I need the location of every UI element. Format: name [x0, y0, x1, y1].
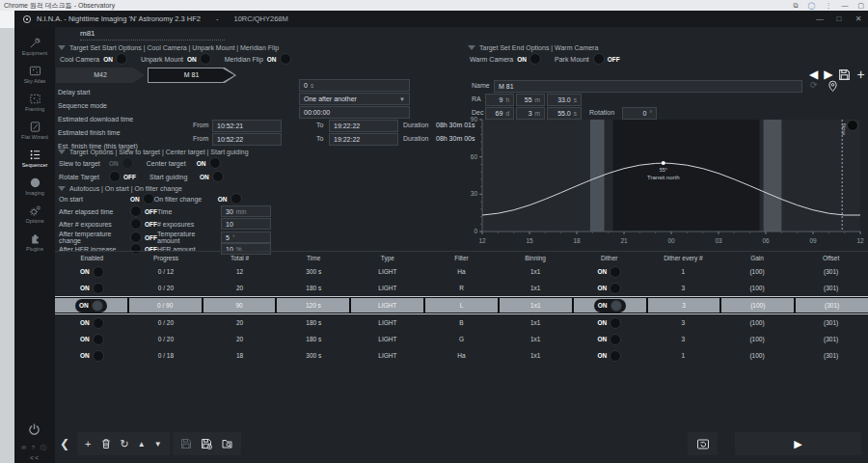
meridian-flip-toggle[interactable]: ON	[267, 53, 291, 65]
after-exposures-toggle[interactable]: OFF	[130, 218, 157, 230]
enabled-toggle[interactable]: ON	[75, 299, 107, 313]
column-header: Filter	[424, 255, 499, 261]
sidebar-item-framing[interactable]: Framing	[15, 88, 54, 116]
option-label: Cool Camera	[60, 56, 99, 63]
exposure-row[interactable]: ON0 / 9090120 sLIGHTL1x1ON3(100)(301)	[55, 296, 868, 314]
enabled-toggle[interactable]: ON	[80, 266, 104, 278]
move-down-icon[interactable]: ▼	[154, 440, 162, 449]
sidebar-item-plugins[interactable]: Plugins	[15, 228, 54, 256]
column-header: Dither	[572, 255, 646, 261]
enabled-toggle[interactable]: ON	[80, 334, 104, 345]
chrome-maximize-icon[interactable]: ▢	[857, 2, 864, 10]
reset-progress-icon[interactable]: ↻	[121, 438, 129, 450]
sequence-mode-select[interactable]: One after another▼	[299, 93, 410, 105]
dither-toggle[interactable]: ON	[597, 266, 621, 278]
back-icon[interactable]: ❮	[60, 437, 69, 450]
minimize-button[interactable]: —	[810, 14, 829, 23]
sidebar-item-flat-wizard[interactable]: Flat Wizard	[15, 116, 54, 144]
dither-toggle[interactable]: ON	[597, 334, 621, 345]
toggle-knob	[130, 205, 142, 217]
after-temperature-change-toggle[interactable]: OFF	[130, 232, 157, 243]
move-up-icon[interactable]: ▲	[138, 440, 146, 449]
add-row-icon[interactable]: +	[85, 438, 91, 449]
-exposures-input[interactable]: 10	[221, 218, 271, 230]
sidebar-item-options[interactable]: Options	[15, 200, 54, 228]
start-options-header[interactable]: Target Set Start Options | Cool Camera |…	[58, 42, 279, 52]
estimated-finish-row: Estimated finish time From 10:52:21 To 1…	[58, 122, 516, 134]
x-tick-label: 15	[526, 237, 533, 244]
enabled-toggle[interactable]: ON	[80, 350, 104, 362]
sidebar-item-imaging[interactable]: Imaging	[15, 172, 54, 200]
time-input[interactable]: 30min	[221, 205, 271, 217]
save-sequence-icon[interactable]	[180, 438, 192, 449]
dither-toggle[interactable]: ON	[597, 283, 621, 294]
exposure-row[interactable]: ON0 / 2020180 sLIGHTB1x1ON3(100)(301)	[55, 314, 868, 331]
dither-toggle[interactable]: ON	[594, 299, 626, 313]
exposure-row[interactable]: ON0 / 1212300 sLIGHTHa1x1ON1(100)(301)	[55, 263, 868, 280]
add-target-button[interactable]: +	[856, 67, 864, 82]
save-target-icon[interactable]	[838, 68, 851, 81]
rotate-target-toggle[interactable]: OFF	[109, 171, 136, 182]
on-filter-change-toggle[interactable]: ON	[218, 193, 242, 204]
start-sequence-button[interactable]: ▶	[735, 432, 861, 455]
unpark-mount-toggle[interactable]: ON	[187, 53, 211, 65]
exposure-row[interactable]: ON0 / 2020180 sLIGHTG1x1ON3(100)(301)	[55, 331, 868, 347]
sidebar-item-sky-atlas[interactable]: Sky Atlas	[15, 60, 54, 88]
option-label: On start	[59, 196, 126, 203]
target-options-header[interactable]: Target Options | Slew to target | Center…	[58, 147, 249, 156]
option-label: After elapsed time	[59, 208, 126, 215]
temperature-amount-input[interactable]: 5°	[221, 232, 271, 243]
delay-start-input[interactable]: 0s	[299, 79, 410, 92]
column-header: Time	[277, 255, 351, 261]
ra-minutes-input[interactable]: 55m	[516, 94, 545, 106]
sidebar-collapse-button[interactable]: <<	[30, 454, 40, 461]
estimate-sequence-button[interactable]	[688, 432, 718, 455]
power-button[interactable]	[27, 422, 41, 441]
toggle-knob	[109, 171, 121, 182]
menu-dots-icon[interactable]: ⋮	[825, 2, 831, 10]
save-as-sequence-icon[interactable]	[201, 438, 212, 449]
ra-hours-input[interactable]: 9h	[485, 94, 514, 106]
tab-label: M 81	[149, 68, 234, 82]
center-target-toggle[interactable]: ON	[197, 157, 221, 169]
warm-camera-toggle[interactable]: ON	[517, 53, 541, 65]
y-tick-label: 30	[471, 190, 478, 197]
dither-toggle[interactable]: ON	[597, 350, 621, 362]
end-options-header[interactable]: Target Set End Options | Warm Camera	[468, 42, 598, 52]
target-name-input[interactable]: M 81	[494, 80, 802, 93]
after-elapsed-time-toggle[interactable]: OFF	[130, 205, 157, 217]
sidebar-item-equipment[interactable]: Equipment	[15, 32, 54, 60]
cell-dither: ON	[572, 280, 646, 296]
target-set-name-input[interactable]: m81	[80, 29, 225, 41]
start-guiding-toggle[interactable]: ON	[200, 171, 224, 182]
sidebar-item-label: Sky Atlas	[24, 78, 46, 84]
enabled-toggle[interactable]: ON	[80, 283, 104, 294]
session-icon[interactable]: ◯	[808, 2, 816, 10]
park-mount-toggle[interactable]: OFF	[593, 53, 620, 65]
close-button[interactable]: ✕	[849, 14, 868, 23]
autofocus-header[interactable]: Autofocus | On start | On filter change	[58, 183, 182, 193]
enabled-toggle[interactable]: ON	[80, 317, 104, 329]
help-info-icons[interactable]: ✉ ? ⓘ	[21, 444, 48, 452]
slew-to-target-toggle[interactable]: ON	[109, 157, 133, 169]
delete-row-icon[interactable]	[100, 438, 112, 449]
dither-toggle[interactable]: ON	[597, 317, 621, 329]
exposure-row[interactable]: ON0 / 2020180 sLIGHTR1x1ON3(100)(301)	[55, 280, 868, 296]
remote-desktop-side-strip	[0, 11, 14, 463]
column-header: Dither every #	[646, 255, 720, 261]
cool-camera-toggle[interactable]: ON	[103, 53, 127, 65]
refresh-coordinates-icon[interactable]: ⟳	[810, 80, 818, 90]
cell-offset: (301)	[794, 331, 868, 347]
cell-total: 20	[203, 314, 277, 331]
maximize-button[interactable]: □	[829, 14, 849, 23]
restore-window-icon[interactable]: ⧉	[794, 2, 799, 10]
exposure-row[interactable]: ON0 / 1818300 sLIGHTHa1x1ON1(100)(301)	[55, 347, 868, 364]
chrome-minimize-icon[interactable]: —	[841, 2, 848, 9]
load-sequence-icon[interactable]	[221, 438, 233, 449]
now-label: Now	[841, 123, 847, 136]
on-start-toggle[interactable]: ON	[130, 193, 154, 204]
ra-label: RA	[472, 95, 481, 102]
sidebar-item-sequencer[interactable]: Sequencer	[15, 144, 54, 172]
location-pin-icon[interactable]	[827, 79, 838, 96]
ra-seconds-input[interactable]: 33.0s	[547, 94, 582, 106]
